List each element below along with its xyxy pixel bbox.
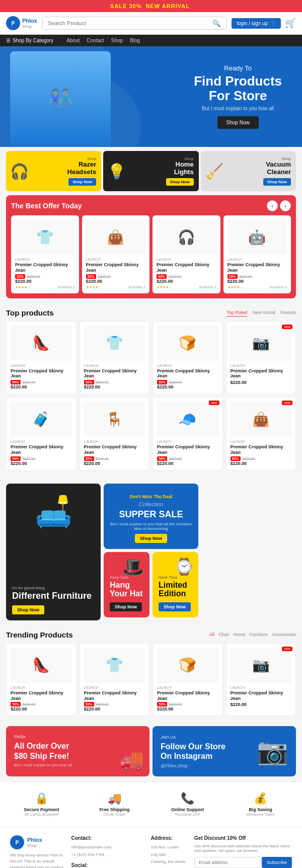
search-input[interactable] [43, 17, 207, 29]
top-product-img-4: 🧳 [11, 402, 72, 437]
sale-content: Don't Miss The Deal Collection SUPPER SA… [110, 494, 192, 543]
top-product-img-2: 🍞 [157, 326, 218, 361]
features-bar: 🔒 Secure Payment All Cards Accepted 🚚 Fr… [0, 781, 302, 827]
shop-by-category[interactable]: ☰ Shop By Category [6, 38, 53, 43]
filter-home[interactable]: Home [233, 632, 245, 637]
hero-title: Find ProductsFor Store [194, 74, 282, 103]
limited-shop-now[interactable]: Shop Now [159, 602, 191, 611]
sale-shop-now[interactable]: Shop Now [135, 534, 167, 543]
top-product-img-0: 👠 [11, 326, 72, 361]
footer-logo-section: P Phlox Shop We ship every where! Free i… [10, 835, 63, 868]
hero-shop-now-button[interactable]: Shop Now [217, 116, 259, 129]
top-product-img-6: 🧢 [157, 402, 218, 437]
logo-text: Phlox Shop [22, 18, 37, 29]
feature-big-saving: 💰 Big Saving Weekend Sales [225, 787, 296, 822]
headset-icon: 🎧 [10, 163, 29, 180]
promo-hat-banner[interactable]: 🎩 Keep Safe HangYour Hat Shop Now [104, 552, 149, 617]
trending-img-0: 👠 [11, 648, 72, 683]
top-product-0[interactable]: 👠 LAUNCH Premier Cropped Skinny Jean 50%… [6, 321, 77, 394]
best-offer-next[interactable]: › [280, 200, 291, 211]
lights-text: Shop HomeLights Shop Now [166, 156, 194, 186]
filter-furniture[interactable]: Furniture [249, 632, 267, 637]
saving-icon: 💰 [254, 792, 267, 805]
best-offer-product-1[interactable]: 👜 LAUNCH Premier Cropped Skinny Jean 50%… [82, 215, 150, 293]
product-image-3: 🤖 [228, 219, 287, 255]
top-product-3[interactable]: new 📷 LAUNCH Premier Cropped Skinny Jean… [226, 321, 296, 394]
tab-new-arrival[interactable]: New Arrival [252, 309, 275, 317]
trending-products-grid: 👠 LAUNCH Premier Cropped Skinny Jean 50%… [6, 643, 296, 717]
login-button[interactable]: login / sign up 👤 [232, 18, 281, 29]
site-header: P Phlox Shop 🔍 login / sign up 👤 🛒 [0, 12, 302, 35]
search-bar: 🔍 [42, 17, 226, 30]
cart-icon[interactable]: 🛒 [285, 18, 296, 29]
promo-sale-banner[interactable]: Don't Miss The Deal Collection SUPPER SA… [104, 484, 198, 549]
top-product-img-3: 📷 [231, 326, 292, 361]
headsets-shop-now[interactable]: Shop Now [68, 178, 96, 186]
nav-contact[interactable]: Contact [87, 38, 104, 43]
best-offer-product-3[interactable]: 🤖 LAUNCH Premier Cropped Skinny Jean 50%… [223, 215, 291, 293]
filter-accessories[interactable]: Accessories [271, 632, 296, 637]
vacuum-text: Shop VacuumCleaner Shop Now [263, 156, 291, 186]
top-product-2[interactable]: 🍞 LAUNCH Premier Cropped Skinny Jean 50%… [153, 321, 223, 394]
furniture-shop-now[interactable]: Shop Now [12, 605, 44, 614]
furniture-icon: 🛋️ [35, 494, 72, 529]
top-products-tabs: Top Rated New Arrival Feature [226, 309, 296, 317]
top-products-row-1: 👠 LAUNCH Premier Cropped Skinny Jean 50%… [6, 321, 296, 394]
top-product-4[interactable]: 🧳 LAUNCH Premier Cropped Skinny Jean 50%… [6, 397, 77, 470]
category-banner-headsets[interactable]: 🎧 Shop RazerHeadsets Shop Now [6, 151, 101, 191]
lights-shop-now[interactable]: Shop Now [166, 178, 194, 186]
top-product-1[interactable]: 👕 LAUNCH Premier Cropped Skinny Jean 50%… [80, 321, 150, 394]
hat-icon: 🎩 [122, 557, 144, 578]
top-product-5[interactable]: 🪑 LAUNCH Premier Cropped Skinny Jean 50%… [80, 397, 150, 470]
trending-product-2[interactable]: 🍞 LAUNCH Premier Cropped Skinny Jean 50%… [153, 643, 223, 717]
headsets-text: Shop RazerHeadsets Shop Now [67, 156, 97, 186]
tab-top-rated[interactable]: Top Rated [226, 309, 247, 317]
best-offer-products: 👕 LAUNCH Premier Cropped Skinny Jean 50%… [11, 215, 291, 293]
filter-all[interactable]: All [209, 632, 214, 637]
hat-text: Keep Safe HangYour Hat Shop Now [110, 575, 143, 611]
feature-online-support: 📞 Online Support Technical 24/7 [152, 787, 223, 822]
top-product-6[interactable]: new 🧢 LAUNCH Premier Cropped Skinny Jean… [153, 397, 223, 470]
new-badge-6: new [209, 401, 219, 405]
category-banner-lights[interactable]: 💡 Shop HomeLights Shop Now [103, 151, 198, 191]
shipping-banner: Relax All Order Over$80 Ship Free! But I… [6, 726, 149, 776]
best-offer-product-2[interactable]: 🎧 LAUNCH Premier Cropped Skinny Jean 50%… [153, 215, 220, 293]
new-badge-3: new [282, 325, 292, 329]
best-offer-header: The Best Offer Today ‹ › [11, 200, 291, 211]
lights-icon: 💡 [107, 163, 126, 180]
vacuum-shop-now[interactable]: Shop Now [263, 178, 291, 186]
hat-shop-now[interactable]: Shop Now [110, 602, 142, 611]
trending-product-0[interactable]: 👠 LAUNCH Premier Cropped Skinny Jean 50%… [6, 643, 77, 717]
best-offer-product-0[interactable]: 👕 LAUNCH Premier Cropped Skinny Jean 50%… [11, 215, 79, 293]
promo-limited-banner[interactable]: ⌚ Save Time LimitedEdition Shop Now [153, 552, 198, 617]
newsletter-email-input[interactable] [194, 857, 260, 868]
site-footer: P Phlox Shop We ship every where! Free i… [0, 827, 302, 868]
best-offer-nav: ‹ › [267, 200, 291, 211]
newsletter-form: Subscribe [194, 857, 292, 868]
search-button[interactable]: 🔍 [207, 17, 226, 29]
instagram-text: Join Us Follow Our StoreOn Instagram @Ph… [161, 735, 225, 768]
nav-about[interactable]: About [66, 38, 80, 43]
best-offer-title: The Best Offer Today [11, 202, 82, 210]
subscribe-button[interactable]: Subscribe [262, 857, 292, 868]
category-banner-vacuum[interactable]: 🧹 Shop VacuumCleaner Shop Now [201, 151, 296, 191]
promo-furniture-banner[interactable]: 🛋️ It's for grand living Different Furni… [6, 484, 101, 620]
best-offer-prev[interactable]: ‹ [267, 200, 278, 211]
logo-icon: P [6, 16, 20, 30]
trending-product-3[interactable]: new 📷 LAUNCH Premier Cropped Skinny Jean… [226, 643, 296, 717]
filter-chair[interactable]: Chair [218, 632, 230, 637]
best-offer-section: The Best Offer Today ‹ › 👕 LAUNCH Premie… [6, 195, 296, 298]
nav-shop[interactable]: Shop [111, 38, 123, 43]
logo[interactable]: P Phlox Shop [6, 16, 37, 30]
top-product-img-7: 👜 [231, 402, 292, 437]
footer-address: Address: 105 Ave. Lorem City Site Cleari… [151, 835, 186, 868]
top-banner: SALE 30% NEW ARRIVAL [0, 0, 302, 12]
top-product-img-5: 🪑 [84, 402, 145, 437]
hero-subtitle: But I must explain to you how all [194, 106, 282, 111]
top-product-7[interactable]: new 👜 LAUNCH Premier Cropped Skinny Jean… [226, 397, 296, 470]
sale-text: SALE 30% [110, 3, 141, 9]
tab-feature[interactable]: Feature [280, 309, 296, 317]
footer-newsletter: Get Discount 10% Off Get 30% discount wi… [194, 835, 292, 868]
trending-product-1[interactable]: 👕 LAUNCH Premier Cropped Skinny Jean 50%… [80, 643, 150, 717]
nav-blog[interactable]: Blog [130, 38, 140, 43]
